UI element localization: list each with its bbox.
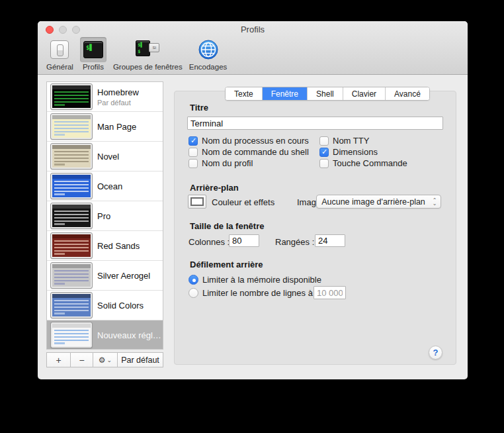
tab-shell[interactable]: Shell bbox=[308, 87, 343, 100]
title-input[interactable] bbox=[187, 117, 443, 130]
colonnes-label: Colonnes : bbox=[189, 237, 230, 247]
checkbox-nom-profil[interactable]: Nom du profil bbox=[189, 158, 253, 168]
profile-row-pro[interactable]: Pro bbox=[47, 201, 163, 231]
profile-name: Pro bbox=[97, 211, 110, 221]
chevron-down-icon: ⌄ bbox=[107, 357, 112, 363]
profile-row-ocean[interactable]: Ocean bbox=[47, 171, 163, 201]
toolbar-item-window-groups[interactable]: $▌$ SI Groupes de fenêtres bbox=[113, 37, 183, 71]
rangees-label: Rangées : bbox=[275, 237, 314, 247]
checkbox-icon bbox=[319, 148, 329, 157]
tab-avance[interactable]: Avancé bbox=[386, 87, 429, 100]
profile-row-novel[interactable]: Novel bbox=[47, 142, 163, 171]
checkbox-nom-commande-shell[interactable]: Nom de commande du shell bbox=[189, 147, 309, 157]
rangees-input[interactable] bbox=[315, 234, 345, 247]
chevron-up-down-icon: ⌃ ⌄ bbox=[430, 199, 439, 205]
profile-list-actions: + − ⚙ ⌄ Par défaut bbox=[46, 352, 163, 367]
checkbox-icon bbox=[189, 148, 198, 157]
profile-thumbnail bbox=[51, 84, 92, 109]
tab-clavier[interactable]: Clavier bbox=[343, 87, 386, 100]
profile-thumbnail bbox=[51, 263, 92, 288]
profile-name: Nouveaux régl… bbox=[97, 330, 161, 340]
profile-name: Red Sands bbox=[97, 241, 140, 251]
toolbar-item-label: Groupes de fenêtres bbox=[113, 63, 183, 71]
color-effects-well[interactable] bbox=[188, 195, 206, 209]
section-heading-arriere-plan: Arrière-plan bbox=[190, 183, 239, 193]
checkbox-icon bbox=[319, 136, 329, 146]
profile-thumbnail bbox=[51, 114, 92, 139]
globe-icon bbox=[198, 40, 218, 60]
profile-name: Man Page bbox=[97, 122, 136, 132]
profile-thumbnail bbox=[51, 144, 92, 169]
lignes-limit-input[interactable] bbox=[314, 286, 346, 299]
window-title: Profils bbox=[38, 24, 468, 34]
gear-icon: ⚙ bbox=[99, 356, 106, 365]
checkbox-dimensions[interactable]: Dimensions bbox=[319, 147, 378, 157]
toolbar-item-profils[interactable]: Profils bbox=[80, 37, 106, 71]
set-default-button[interactable]: Par défaut bbox=[118, 353, 163, 367]
general-switch-icon bbox=[50, 40, 69, 59]
profile-thumbnail bbox=[51, 293, 92, 318]
profile-name: Ocean bbox=[97, 181, 122, 191]
radio-icon bbox=[189, 288, 198, 298]
profile-row-homebrew[interactable]: Homebrew Par défaut bbox=[47, 82, 163, 112]
section-heading-taille: Taille de la fenêtre bbox=[190, 221, 264, 231]
settings-pane: Titre Nom du processus en cours Nom de c… bbox=[174, 91, 456, 365]
checkbox-icon bbox=[189, 159, 198, 168]
help-button[interactable]: ? bbox=[429, 346, 442, 360]
preferences-window: Profils Général Profils $▌$ SI Groupes d… bbox=[38, 21, 468, 379]
radio-limiter-lignes[interactable]: Limiter le nombre de lignes à : bbox=[189, 288, 317, 298]
window-body: Homebrew Par défaut Man Page Novel bbox=[38, 75, 468, 379]
toolbar: Général Profils $▌$ SI Groupes de fenêtr… bbox=[46, 37, 227, 71]
section-heading-defilement: Défilement arrière bbox=[190, 260, 263, 269]
colonnes-input[interactable] bbox=[229, 234, 259, 247]
profile-thumbnail bbox=[51, 322, 92, 348]
profile-row-solid-colors[interactable]: Solid Colors bbox=[47, 291, 163, 320]
background-image-select[interactable]: Aucune image d'arrière-plan ⌃ ⌄ bbox=[316, 195, 441, 209]
toolbar-item-label: Encodages bbox=[189, 63, 228, 71]
tab-fenetre[interactable]: Fenêtre bbox=[263, 87, 308, 100]
profile-list: Homebrew Par défaut Man Page Novel bbox=[46, 81, 163, 350]
radio-limiter-memoire[interactable]: Limiter à la mémoire disponible bbox=[189, 275, 321, 285]
profile-name: Silver Aerogel bbox=[97, 271, 150, 281]
profile-name: Solid Colors bbox=[97, 301, 144, 311]
window-groups-icon: $▌$ SI bbox=[136, 40, 159, 59]
toolbar-item-label: Profils bbox=[83, 63, 104, 71]
profile-actions-menu-button[interactable]: ⚙ ⌄ bbox=[93, 353, 118, 367]
radio-icon bbox=[189, 275, 198, 285]
profile-name: Homebrew bbox=[97, 87, 139, 97]
profile-row-nouveaux-reglages[interactable]: Nouveaux régl… bbox=[47, 320, 163, 350]
profile-row-red-sands[interactable]: Red Sands bbox=[47, 231, 163, 261]
terminal-icon bbox=[83, 41, 103, 58]
checkbox-nom-tty[interactable]: Nom TTY bbox=[319, 136, 369, 146]
color-swatch bbox=[190, 197, 204, 206]
checkbox-touche-commande[interactable]: Touche Commande bbox=[319, 158, 407, 168]
tab-texte[interactable]: Texte bbox=[226, 87, 263, 100]
add-profile-button[interactable]: + bbox=[47, 353, 71, 367]
toolbar-item-label: Général bbox=[46, 63, 73, 71]
toolbar-item-encodages[interactable]: Encodages bbox=[189, 37, 228, 71]
window-header: Profils Général Profils $▌$ SI Groupes d… bbox=[38, 21, 468, 75]
color-effects-label: Couleur et effets bbox=[212, 197, 274, 207]
profile-thumbnail bbox=[51, 173, 92, 199]
profile-row-silver-aerogel[interactable]: Silver Aerogel bbox=[47, 261, 163, 291]
profile-thumbnail bbox=[51, 233, 92, 258]
toolbar-item-general[interactable]: Général bbox=[46, 37, 73, 71]
checkbox-icon bbox=[189, 136, 198, 146]
remove-profile-button[interactable]: − bbox=[71, 353, 93, 367]
profile-thumbnail bbox=[51, 203, 92, 228]
section-heading-titre: Titre bbox=[190, 103, 208, 113]
checkbox-nom-processus[interactable]: Nom du processus en cours bbox=[189, 136, 309, 146]
profile-name: Novel bbox=[97, 152, 119, 162]
profile-row-man-page[interactable]: Man Page bbox=[47, 112, 163, 142]
tab-bar: Texte Fenêtre Shell Clavier Avancé bbox=[225, 87, 430, 101]
checkbox-icon bbox=[319, 159, 329, 168]
profile-default-badge: Par défaut bbox=[97, 99, 139, 107]
